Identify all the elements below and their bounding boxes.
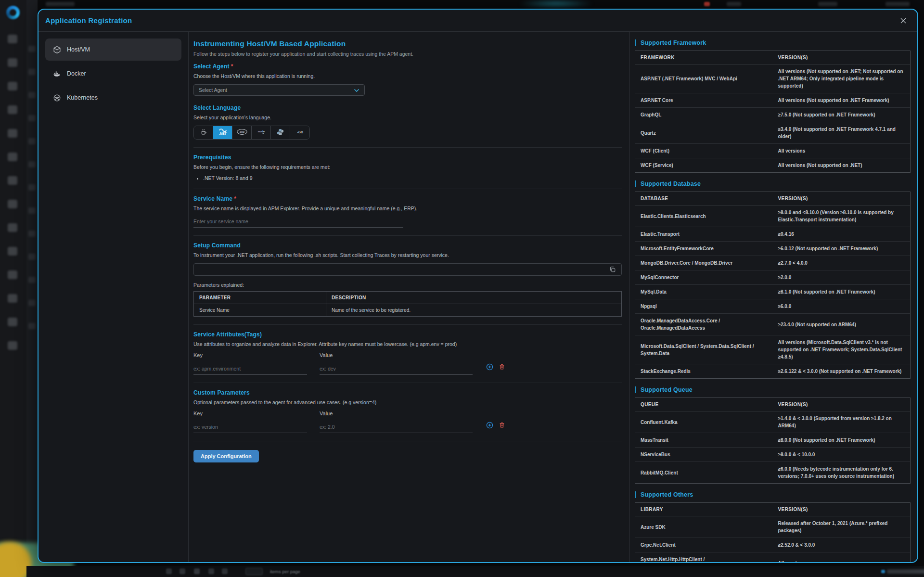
section-heading: Service Name* <box>193 195 622 202</box>
sidebar-row-blob <box>28 231 36 237</box>
supported-panels: Supported FrameworkFRAMEWORKVERSION(S)AS… <box>635 39 911 563</box>
background-blob <box>818 2 837 6</box>
section-description: Before you begin, ensure the following r… <box>193 164 622 170</box>
table-row: Npgsql≥6.0.0 <box>635 299 910 314</box>
version-cell: ≥8.0.0 and <8.10.0 (Version ≥8.10.0 is s… <box>773 205 911 227</box>
go-language-button[interactable]: -GO <box>290 126 309 139</box>
section-description: Choose the Host/VM where this applicatio… <box>193 73 622 79</box>
custom-parameters-section: Custom Parameters Optional parameters pa… <box>193 383 622 441</box>
table-row: Elastic.Clients.Elasticsearch≥8.0.0 and … <box>635 205 910 227</box>
page-title: Instrumenting Host/VM Based Application <box>193 39 622 48</box>
table-row: Oracle.ManagedDataAccess.Core / Oracle.M… <box>635 314 910 335</box>
parameter-cell: Service Name <box>194 304 326 317</box>
table-row: GraphQL≥7.5.0 (Not supported on .NET Fra… <box>635 108 910 122</box>
version-cell: ≥8.1.0 (Not supported on .NET Framework) <box>773 285 911 299</box>
key-label: Key <box>193 352 307 358</box>
php-language-button[interactable]: php <box>232 126 252 139</box>
items-per-page-label: items per page <box>270 569 300 574</box>
add-attribute-icon[interactable] <box>485 362 494 371</box>
registration-form: Instrumenting Host/VM Based Application … <box>189 32 629 562</box>
java-language-button[interactable] <box>194 126 213 139</box>
table-row: System.Net.Http.HttpClient / System.Net.… <box>635 552 910 564</box>
modal-header: Application Registration <box>38 10 917 32</box>
attribute-value-input[interactable] <box>320 364 473 375</box>
add-parameter-icon[interactable] <box>485 421 494 429</box>
table-row: Microsoft.EntityFrameworkCore≥6.0.12 (No… <box>635 242 910 256</box>
column-header: VERSION(S) <box>773 192 911 205</box>
panel-title: Supported Framework <box>635 39 911 46</box>
name-cell: RabbitMQ.Client <box>635 462 773 484</box>
php-icon: php <box>236 128 248 137</box>
service-name-section: Service Name* The service name is displa… <box>193 189 622 236</box>
table-row: ASP.NET CoreAll versions (Not supported … <box>635 93 910 108</box>
setup-command-box <box>193 263 622 276</box>
nodejs-language-button[interactable]: node <box>252 126 271 139</box>
version-cell: ≥2.7.0 < 4.0.0 <box>773 256 911 270</box>
sidebar-item-hostvm[interactable]: Host/VM <box>45 38 181 61</box>
panel-title: Supported Others <box>635 491 911 498</box>
section-description: Optional parameters passed to the agent … <box>193 399 622 405</box>
application-registration-modal: Application Registration Host/VM Do <box>38 9 918 563</box>
name-cell: Quartz <box>635 122 773 144</box>
rail-icon <box>8 318 17 326</box>
prerequisites-section: Prerequisites Before you begin, ensure t… <box>193 148 622 189</box>
pagination-page-number <box>194 568 200 574</box>
sidebar-item-kubernetes[interactable]: Kubernetes <box>45 87 181 109</box>
column-header: VERSION(S) <box>773 398 911 411</box>
dotnet-icon: .NET <box>218 128 228 137</box>
version-cell: ≥0.4.16 <box>773 227 911 242</box>
range-indicator <box>881 570 885 573</box>
copy-icon[interactable] <box>608 265 617 274</box>
sidebar-row-blob <box>28 207 36 214</box>
name-cell: Confluent.Kafka <box>635 411 773 433</box>
params-explained-label: Parameters explained: <box>193 282 622 288</box>
table-row: MySql.Data≥8.1.0 (Not supported on .NET … <box>635 285 910 299</box>
rail-icon <box>8 153 17 161</box>
svg-text:-GO: -GO <box>297 130 303 134</box>
dotnet-language-button[interactable]: .NET <box>213 126 232 139</box>
version-cell: ≥8.0.0 (Not supported on .NET Framework) <box>773 433 911 448</box>
close-icon[interactable] <box>898 15 909 26</box>
parameter-key-input[interactable] <box>193 422 307 433</box>
parameter-value-input[interactable] <box>320 422 473 433</box>
delete-attribute-icon[interactable] <box>498 362 506 371</box>
pagination-prev-icon <box>180 568 185 574</box>
background-blob <box>46 2 75 6</box>
table-row: WCF (Service)All versions (Not supported… <box>635 158 910 173</box>
service-name-input[interactable] <box>193 217 403 228</box>
table-row: Service Name Name of the service to be r… <box>194 304 622 317</box>
rail-icon <box>8 200 17 208</box>
version-cell: ≥7.5.0 (Not supported on .NET Framework) <box>773 108 911 122</box>
sidebar-row-blob <box>28 46 36 52</box>
table-row: ASP.NET (.NET Framework) MVC / WebApiAll… <box>635 64 910 93</box>
table-row: NServiceBus≥8.0.0 & < 10.0.0 <box>635 448 910 462</box>
python-language-button[interactable] <box>271 126 290 139</box>
column-header: VERSION(S) <box>773 503 911 516</box>
name-cell: MassTransit <box>635 433 773 448</box>
version-cell: All versions (Not supported on .NET) <box>773 158 911 173</box>
version-cell: All versions <box>773 552 911 564</box>
name-cell: Oracle.ManagedDataAccess.Core / Oracle.M… <box>635 314 773 335</box>
name-cell: Microsoft.EntityFrameworkCore <box>635 242 773 256</box>
select-agent-dropdown[interactable]: Select Agent <box>193 84 365 96</box>
prerequisite-item: .NET Version: 8 and 9 <box>203 175 622 181</box>
name-cell: Elastic.Transport <box>635 227 773 242</box>
apply-configuration-button[interactable]: Apply Configuration <box>193 450 259 462</box>
setup-command-section: Setup Command To instrument your .NET ap… <box>193 236 622 325</box>
svg-text:php: php <box>239 130 244 133</box>
attribute-key-input[interactable] <box>193 364 307 375</box>
delete-parameter-icon[interactable] <box>498 421 506 429</box>
panel-others: Supported OthersLIBRARYVERSION(S)Azure S… <box>635 491 911 563</box>
value-label: Value <box>320 410 473 416</box>
version-cell: ≥2.52.0 & < 3.0.0 <box>773 538 911 552</box>
version-cell: All versions <box>773 144 911 158</box>
dropdown-value: Select Agent <box>199 87 227 93</box>
sidebar-row-blob <box>28 184 36 191</box>
table-row: Confluent.Kafka≥1.4.0 & < 3.0.0 (Support… <box>635 411 910 433</box>
kubernetes-wheel-icon <box>53 94 61 102</box>
pagination-last-icon <box>222 568 228 574</box>
name-cell: MySqlConnector <box>635 270 773 285</box>
name-cell: System.Net.Http.HttpClient / System.Net.… <box>635 552 773 564</box>
column-header: FRAMEWORK <box>635 51 773 64</box>
sidebar-item-docker[interactable]: Docker <box>45 63 181 85</box>
